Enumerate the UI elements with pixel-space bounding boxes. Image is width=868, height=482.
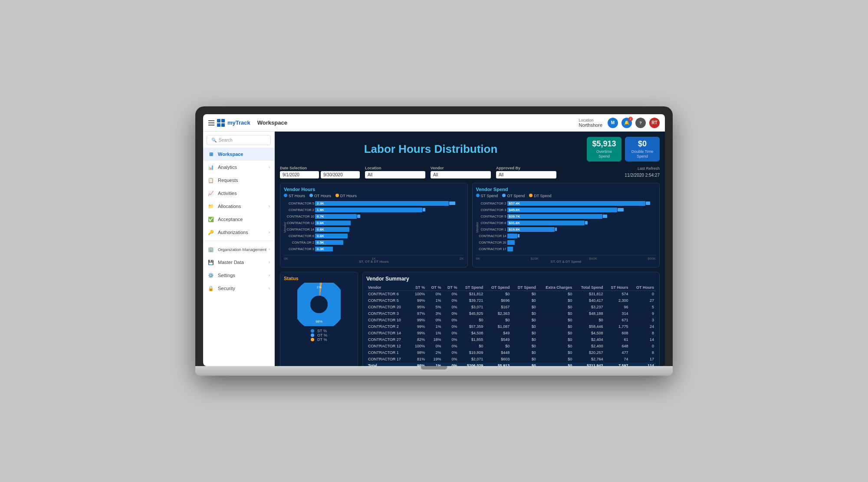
legend-st-hours: ST Hours: [284, 194, 305, 198]
table-row: CONTRACTOR 1781%19%0%$2,071$603$0$0$2,76…: [366, 356, 656, 362]
kpi-ot-label: OvertimeSpend: [592, 149, 616, 159]
pie-label-bottom: 98%: [316, 320, 322, 324]
legend-dt-hours: DT Hours: [335, 194, 357, 198]
sidebar-item-allocations[interactable]: 📁 Allocations ›: [203, 200, 274, 213]
top-bar: myTrack Workspace Location Northshore M …: [203, 114, 665, 132]
search-icon: 🔍: [211, 138, 217, 142]
bar-contractor2b: CONTRA.OR 2 0.5K: [315, 240, 464, 245]
location-label: Location: [579, 118, 602, 122]
status-panel: Status: [280, 272, 358, 366]
summary-title: Vendor Summary: [366, 276, 656, 282]
table-row: CONTRACTOR 599%1%0%$39,721$696$0$0$40,41…: [366, 297, 656, 304]
col-st-hours: ST Hours: [605, 284, 630, 291]
help-button[interactable]: ?: [635, 118, 646, 128]
col-extra: Extra Charges: [538, 284, 574, 291]
bottom-row: Status: [280, 272, 660, 366]
sidebar-item-requests[interactable]: 📋 Requests: [203, 174, 274, 187]
sidebar-item-activities[interactable]: 📈 Activities: [203, 187, 274, 200]
dashboard-content: Labor Hours Distribution $5,913 Overtime…: [275, 132, 665, 366]
legend-ot-hours: OT Hours: [309, 194, 331, 198]
vendor-spend-chart: Vendor Spend ST Spend OT Spend DT Spend …: [472, 183, 660, 267]
legend-ot-spend: OT Spend: [502, 194, 525, 198]
sidebar-label-analytics: Analytics: [218, 165, 237, 170]
location-selector[interactable]: Location Northshore: [579, 118, 602, 128]
kpi-cards: $5,913 OvertimeSpend $0 Double TimeSpend: [587, 137, 660, 162]
sidebar-label-masterdata: Master Data: [218, 260, 244, 265]
chevron-icon-3: ›: [269, 230, 270, 234]
sidebar: 🔍 Search ⊞ Workspace 📊 Analytics › 📋: [203, 132, 275, 366]
activities-icon: 📈: [207, 190, 214, 197]
summary-table: Vendor ST % OT % DT % ST Spend OT Spend …: [366, 284, 656, 366]
user-avatar-rt[interactable]: RT: [649, 118, 660, 128]
sidebar-item-masterdata[interactable]: 💾 Master Data ›: [203, 256, 274, 269]
sidebar-item-authorizations[interactable]: 🔑 Authorizations ›: [203, 226, 274, 239]
notif-badge: 2: [628, 117, 633, 121]
table-row: CONTRACTOR 6100%0%0%$31,812$0$0$0$31,812…: [366, 291, 656, 297]
spend-bar-c1: CONTRACTOR 1 $19.8K: [507, 227, 656, 232]
vendor-filter: Vendor: [431, 166, 491, 178]
table-row: CONTRACTOR 299%1%0%$57,359$1,087$0$0$58,…: [366, 323, 656, 330]
pie-label-top: 1%: [316, 285, 322, 289]
refresh-value: 11/2/2020 2:54:27: [625, 173, 660, 178]
bar-contractor14: CONTRACTOR 14 0.6K: [315, 227, 464, 232]
vendor-hours-title: Vendor Hours: [284, 187, 464, 192]
sidebar-label-requests: Requests: [218, 178, 238, 183]
date-from-input[interactable]: [280, 171, 319, 178]
sidebar-item-acceptance[interactable]: ✅ Acceptance: [203, 213, 274, 226]
kpi-overtime: $5,913 OvertimeSpend: [587, 137, 621, 162]
hamburger-menu[interactable]: [208, 120, 214, 125]
chevron-icon-4: ›: [269, 247, 270, 251]
workspace-icon: ⊞: [207, 151, 214, 158]
table-row: CONTRACTOR 2782%18%0%$1,855$549$0$0$2,40…: [366, 336, 656, 343]
chevron-icon-6: ›: [269, 273, 270, 277]
svg-point-3: [310, 296, 328, 313]
table-row: CONTRACTOR 2095%5%0%$3,071$167$0$0$3,237…: [366, 304, 656, 310]
vendor-hours-chart: Vendor Hours ST Hours OT Hours DT Hours …: [280, 183, 468, 267]
sidebar-label-acceptance: Acceptance: [218, 217, 243, 222]
kpi-dt-label: Double TimeSpend: [630, 149, 654, 159]
spend-bar-c6: CONTRACTOR 6 $31.8K: [507, 220, 656, 226]
bar-contractor10: CONTRACTOR 10 0.7K: [315, 214, 464, 219]
date-label: Date Selection: [280, 166, 360, 170]
notifications-button[interactable]: 🔔 2: [621, 118, 632, 128]
col-st-pct: ST %: [410, 284, 427, 291]
spend-bar-c17: CONTRACTOR 17: [507, 246, 656, 252]
user-avatar-m[interactable]: M: [608, 118, 618, 128]
requests-icon: 📋: [207, 177, 214, 184]
location-filter-input[interactable]: [365, 171, 425, 178]
masterdata-icon: 💾: [207, 259, 214, 266]
chevron-icon-2: ›: [269, 204, 270, 208]
bar-contractor2: CONTRACTOR 2 1.8K: [315, 207, 464, 213]
location-filter: Location: [365, 166, 425, 178]
approved-by-input[interactable]: [496, 171, 556, 178]
table-row: CONTRACTOR 12100%0%0%$0$0$0$0$2,4006480: [366, 343, 656, 349]
sidebar-item-security[interactable]: 🔒 Security ›: [203, 282, 274, 295]
sidebar-label-security: Security: [218, 286, 235, 291]
bar-contractor5: CONTRACTOR 5 2.3K: [315, 201, 464, 206]
sidebar-item-settings[interactable]: ⚙️ Settings ›: [203, 269, 274, 282]
sidebar-item-org[interactable]: 🏢 Organization Management ›: [203, 243, 274, 256]
dashboard-header: Labor Hours Distribution $5,913 Overtime…: [280, 137, 660, 162]
search-box[interactable]: 🔍 Search: [207, 135, 271, 145]
sidebar-label-activities: Activities: [218, 191, 237, 196]
table-row: Total98%1%0%$206,029$5,913$0$0$211,9427,…: [366, 362, 656, 366]
vendor-spend-legend: ST Spend OT Spend DT Spend: [476, 194, 656, 198]
date-to-input[interactable]: [321, 171, 360, 178]
summary-panel: Vendor Summary Vendor ST % OT % DT % ST …: [362, 272, 660, 366]
sidebar-divider: [203, 241, 274, 241]
last-refresh: Last Refresh 11/2/2020 2:54:27: [625, 166, 660, 178]
sidebar-item-workspace[interactable]: ⊞ Workspace: [203, 148, 274, 161]
pie-chart: 1% 98%: [297, 283, 341, 326]
sidebar-item-analytics[interactable]: 📊 Analytics ›: [203, 161, 274, 174]
sidebar-label-settings: Settings: [218, 273, 235, 278]
vendor-filter-input[interactable]: [431, 171, 491, 178]
analytics-icon: 📊: [207, 164, 214, 171]
authorizations-icon: 🔑: [207, 229, 214, 236]
top-bar-right: Location Northshore M 🔔 2 ? RT: [579, 118, 660, 128]
date-filter: Date Selection: [280, 166, 360, 178]
sidebar-label-allocations: Allocations: [218, 204, 241, 209]
settings-icon: ⚙️: [207, 272, 214, 279]
legend-st-spend: ST Spend: [476, 194, 498, 198]
legend-st-pct: ST %: [311, 329, 327, 333]
spend-bar-c5: CONTRACTOR 5 $39.7K: [507, 214, 656, 219]
